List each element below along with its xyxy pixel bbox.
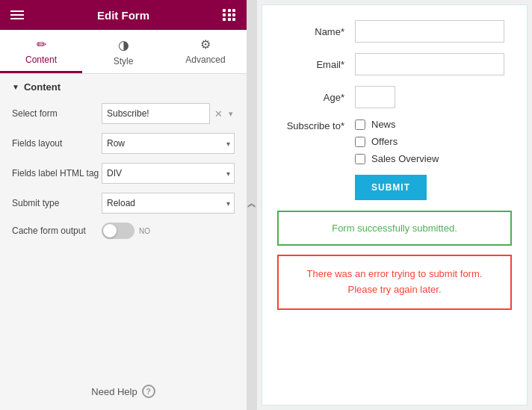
email-field-row: Email* <box>277 53 512 75</box>
cache-form-label: Cache form output <box>12 226 102 236</box>
subscribe-input-wrapper: Subscribe! ✕ ▾ <box>102 103 235 124</box>
header: Edit Form <box>0 0 247 30</box>
fields-label-tag-row: Fields label HTML tag DIV LABEL SPAN P ▾ <box>12 163 235 184</box>
tab-content[interactable]: ✏ Content <box>0 30 82 73</box>
cache-toggle[interactable] <box>102 223 134 239</box>
news-label: News <box>371 119 396 130</box>
submit-type-select[interactable]: Reload Custom URL None <box>102 193 235 214</box>
subscribe-value: Subscribe! <box>102 103 210 124</box>
success-message-text: Form successfully submitted. <box>332 223 457 234</box>
submit-type-select-wrapper: Reload Custom URL None ▾ <box>102 193 235 214</box>
need-help-text: Need Help <box>91 386 137 397</box>
need-help-section: Need Help ? <box>0 373 247 410</box>
success-message-box: Form successfully submitted. <box>277 211 512 246</box>
fields-label-tag-label: Fields label HTML tag <box>12 168 102 178</box>
list-item[interactable]: Offers <box>355 136 439 147</box>
collapse-handle-icon: ❮ <box>248 202 256 208</box>
fields-layout-row: Fields layout Row Column Inline ▾ <box>12 133 235 154</box>
error-message-text: There was an error trying to submit form… <box>289 267 500 298</box>
dropdown-icon[interactable]: ▾ <box>227 109 235 119</box>
submit-type-label: Submit type <box>12 198 102 208</box>
news-checkbox[interactable] <box>355 119 365 130</box>
clear-icon[interactable]: ✕ <box>213 108 224 119</box>
left-panel: Edit Form ✏ Content ◑ Style ⚙ Advanced <box>0 0 247 410</box>
cache-toggle-wrapper: NO <box>102 223 150 239</box>
age-field-label: Age* <box>277 92 344 103</box>
fields-layout-select[interactable]: Row Column Inline <box>102 133 235 154</box>
error-line-1: There was an error trying to submit form… <box>307 268 483 279</box>
checkbox-group: News Offers Sales Overview <box>355 119 439 164</box>
help-icon[interactable]: ? <box>142 385 155 398</box>
list-item[interactable]: News <box>355 119 439 130</box>
collapse-handle[interactable]: ❮ <box>247 0 257 410</box>
content-area: ▼ Content Select form Subscribe! ✕ ▾ Fie… <box>0 74 247 373</box>
subscribe-to-row: Subscribe to* News Offers Sales Overview <box>277 119 512 164</box>
age-field-row: Age* <box>277 86 512 108</box>
subscribe-to-label: Subscribe to* <box>277 119 344 131</box>
menu-icon[interactable] <box>10 10 24 19</box>
tab-style[interactable]: ◑ Style <box>82 30 164 73</box>
error-line-2: Please try again later. <box>347 284 441 295</box>
submit-type-control: Reload Custom URL None ▾ <box>102 193 235 214</box>
name-field-label: Name* <box>277 26 344 37</box>
submit-button[interactable]: SUBMIT <box>355 175 427 200</box>
sales-overview-label: Sales Overview <box>371 153 439 164</box>
toggle-knob <box>103 224 117 237</box>
name-field-row: Name* <box>277 20 512 43</box>
fields-label-tag-control: DIV LABEL SPAN P ▾ <box>102 163 235 184</box>
fields-layout-control: Row Column Inline ▾ <box>102 133 235 154</box>
collapse-arrow-icon: ▼ <box>12 83 19 91</box>
submit-type-row: Submit type Reload Custom URL None ▾ <box>12 193 235 214</box>
sales-overview-checkbox[interactable] <box>355 154 365 164</box>
age-field-input[interactable] <box>355 86 395 108</box>
tabs: ✏ Content ◑ Style ⚙ Advanced <box>0 30 247 74</box>
offers-checkbox[interactable] <box>355 137 365 147</box>
select-form-control: Subscribe! ✕ ▾ <box>102 103 235 124</box>
style-tab-icon: ◑ <box>118 37 129 53</box>
right-panel: Name* Email* Age* Subscribe to* News Off… <box>262 4 528 406</box>
offers-label: Offers <box>371 136 398 147</box>
toggle-no-label: NO <box>139 227 150 235</box>
select-form-row: Select form Subscribe! ✕ ▾ <box>12 103 235 124</box>
name-field-input[interactable] <box>355 20 504 43</box>
fields-label-tag-select[interactable]: DIV LABEL SPAN P <box>102 163 235 184</box>
page-title: Edit Form <box>97 9 149 22</box>
section-header[interactable]: ▼ Content <box>12 81 235 93</box>
email-field-input[interactable] <box>355 53 504 75</box>
fields-layout-label: Fields layout <box>12 138 102 149</box>
error-message-box: There was an error trying to submit form… <box>277 255 512 310</box>
select-form-label: Select form <box>12 108 102 119</box>
cache-form-row: Cache form output NO <box>12 223 235 239</box>
content-tab-icon: ✏ <box>37 37 46 52</box>
list-item[interactable]: Sales Overview <box>355 153 439 164</box>
advanced-tab-icon: ⚙ <box>200 37 211 52</box>
email-field-label: Email* <box>277 59 344 70</box>
tab-advanced[interactable]: ⚙ Advanced <box>164 30 247 73</box>
grid-icon[interactable] <box>223 9 236 21</box>
fields-label-tag-select-wrapper: DIV LABEL SPAN P ▾ <box>102 163 235 184</box>
fields-layout-select-wrapper: Row Column Inline ▾ <box>102 133 235 154</box>
